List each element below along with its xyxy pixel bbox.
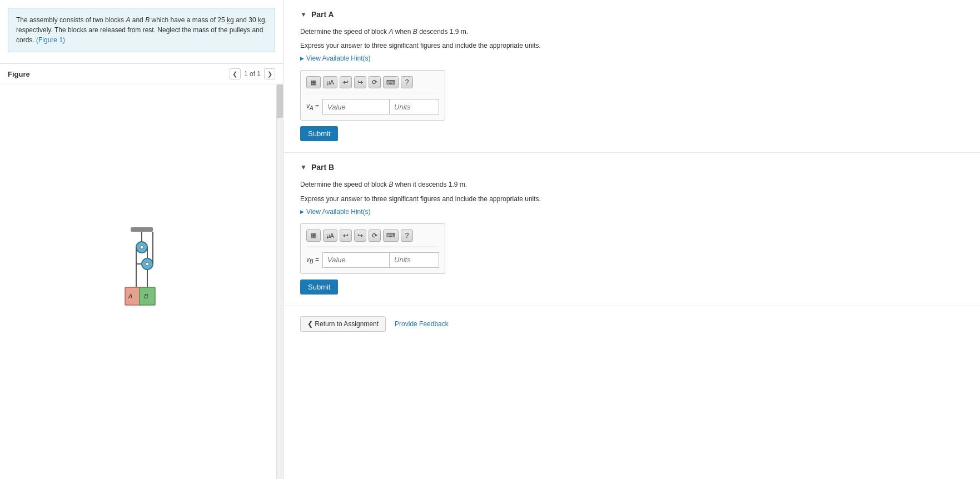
svg-point-3 <box>140 246 143 249</box>
part-a-toolbar-matrix-btn[interactable]: ▦ <box>306 76 321 88</box>
part-a-description-1: Determine the speed of block A when B de… <box>300 27 963 37</box>
part-a-hints-link[interactable]: View Available Hint(s) <box>300 54 963 62</box>
part-b-header: ▼ Part B <box>300 163 963 172</box>
part-a-help-btn[interactable]: ? <box>401 76 413 88</box>
part-b-toolbar: ▦ μA ↩ ↪ ⟳ ⌨ ? <box>306 229 439 247</box>
part-a-redo-btn[interactable]: ↪ <box>354 76 366 88</box>
part-a-input-row: vA = <box>306 99 439 114</box>
part-a-header: ▼ Part A <box>300 10 963 19</box>
figure-content: A B <box>0 84 283 479</box>
right-panel: ▼ Part A Determine the speed of block A … <box>283 0 980 479</box>
part-b-toolbar-mu-btn[interactable]: μA <box>323 229 337 242</box>
part-a-label: Part A <box>311 10 334 19</box>
figure-title: Figure <box>8 70 30 78</box>
part-b-description-1: Determine the speed of block B when it d… <box>300 179 963 190</box>
figure-nav-controls: ❮ 1 of 1 ❯ <box>230 68 275 79</box>
part-a-submit-button[interactable]: Submit <box>300 126 338 141</box>
part-a-units-input[interactable] <box>389 99 439 114</box>
left-panel: The assembly consists of two blocks A an… <box>0 0 283 479</box>
part-b-input-label: vB = <box>306 256 319 265</box>
figure-prev-button[interactable]: ❮ <box>230 68 241 79</box>
problem-statement: The assembly consists of two blocks A an… <box>8 8 275 52</box>
part-b-toolbar-matrix-btn[interactable]: ▦ <box>306 229 321 242</box>
part-b-undo-btn[interactable]: ↩ <box>340 229 352 242</box>
part-b-value-input[interactable] <box>322 252 389 268</box>
return-to-assignment-button[interactable]: ❮ Return to Assignment <box>300 316 386 332</box>
part-b-description-2: Express your answer to three significant… <box>300 194 963 204</box>
part-a-section: ▼ Part A Determine the speed of block A … <box>283 0 980 153</box>
figure-header: Figure ❮ 1 of 1 ❯ <box>0 64 283 84</box>
svg-rect-11 <box>125 287 141 305</box>
part-b-help-btn[interactable]: ? <box>401 229 413 242</box>
figure-link[interactable]: (Figure 1) <box>36 36 65 44</box>
svg-point-7 <box>146 262 149 266</box>
part-a-input-label: vA = <box>306 102 319 111</box>
figure-scrollbar[interactable] <box>276 84 283 479</box>
pulley-svg: A B <box>108 226 175 337</box>
figure-page-indicator: 1 of 1 <box>244 70 261 78</box>
part-a-answer-box: ▦ μA ↩ ↪ ⟳ ⌨ ? vA = <box>300 70 445 121</box>
part-b-section: ▼ Part B Determine the speed of block B … <box>283 153 980 306</box>
part-a-undo-btn[interactable]: ↩ <box>340 76 352 88</box>
provide-feedback-link[interactable]: Provide Feedback <box>395 320 449 328</box>
action-bar: ❮ Return to Assignment Provide Feedback <box>283 306 980 342</box>
svg-text:B: B <box>144 293 148 300</box>
figure-next-button[interactable]: ❯ <box>264 68 275 79</box>
part-b-answer-box: ▦ μA ↩ ↪ ⟳ ⌨ ? vB = <box>300 223 445 274</box>
svg-rect-0 <box>131 227 153 232</box>
part-a-toolbar-mu-btn[interactable]: μA <box>323 76 337 88</box>
part-b-redo-btn[interactable]: ↪ <box>354 229 366 242</box>
part-a-reset-btn[interactable]: ⟳ <box>369 76 381 88</box>
figure-scrollbar-thumb <box>277 84 283 118</box>
part-b-hints-link[interactable]: View Available Hint(s) <box>300 208 963 216</box>
part-a-description-2: Express your answer to three significant… <box>300 41 963 51</box>
part-a-toolbar: ▦ μA ↩ ↪ ⟳ ⌨ ? <box>306 76 439 93</box>
part-b-collapse-icon[interactable]: ▼ <box>300 163 307 171</box>
part-b-input-row: vB = <box>306 252 439 268</box>
part-a-collapse-icon[interactable]: ▼ <box>300 11 307 18</box>
part-b-keyboard-btn[interactable]: ⌨ <box>383 229 399 242</box>
part-a-value-input[interactable] <box>322 99 389 114</box>
part-b-units-input[interactable] <box>389 252 439 268</box>
part-a-keyboard-btn[interactable]: ⌨ <box>383 76 399 88</box>
part-b-reset-btn[interactable]: ⟳ <box>369 229 381 242</box>
part-b-submit-button[interactable]: Submit <box>300 280 338 295</box>
figure-section: Figure ❮ 1 of 1 ❯ <box>0 63 283 479</box>
part-b-label: Part B <box>311 163 334 172</box>
svg-text:A: A <box>128 293 132 300</box>
pulley-diagram: A B <box>0 84 283 479</box>
